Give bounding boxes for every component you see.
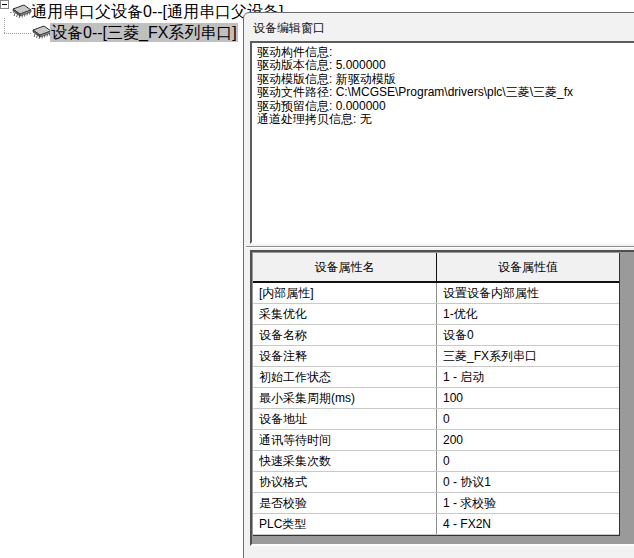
property-value-cell[interactable]: 200 xyxy=(437,430,619,450)
driver-info-line: 驱动预留信息: 0.000000 xyxy=(257,100,634,113)
chip-icon xyxy=(11,4,33,20)
property-value-cell[interactable]: 0 xyxy=(437,409,619,429)
property-row[interactable]: 通讯等待时间 200 xyxy=(253,430,619,451)
property-value-cell[interactable]: 1-优化 xyxy=(437,304,619,324)
tree-connector xyxy=(4,18,5,33)
property-row[interactable]: 快速采集次数 0 xyxy=(253,451,619,472)
tree-connector xyxy=(4,33,31,34)
property-row[interactable]: PLC类型 4 - FX2N xyxy=(253,514,619,535)
properties-grid-container: 设备属性名 设备属性值 [内部属性] 设置设备内部属性 采集优化 1-优化 设备… xyxy=(250,250,634,546)
property-row[interactable]: 是否校验 1 - 求校验 xyxy=(253,493,619,514)
property-value-cell[interactable]: 三菱_FX系列串口 xyxy=(437,346,619,366)
property-value-cell[interactable]: 0 xyxy=(437,451,619,471)
property-name-cell[interactable]: 通讯等待时间 xyxy=(253,430,437,450)
property-name-cell[interactable]: PLC类型 xyxy=(253,514,437,534)
property-name-cell[interactable]: 快速采集次数 xyxy=(253,451,437,471)
grid-header-row: 设备属性名 设备属性值 xyxy=(253,253,619,283)
minus-box-icon[interactable] xyxy=(0,0,9,9)
property-row[interactable]: 协议格式 0 - 协议1 xyxy=(253,472,619,493)
property-value-cell[interactable]: 设备0 xyxy=(437,325,619,345)
driver-info-line: 驱动模版信息: 新驱动模版 xyxy=(257,73,634,86)
property-value-cell[interactable]: 0 - 协议1 xyxy=(437,472,619,492)
property-value-cell[interactable]: 设置设备内部属性 xyxy=(437,283,619,303)
property-value-cell[interactable]: 4 - FX2N xyxy=(437,514,619,534)
tree-item-device0-selected[interactable]: 设备0--[三菱_FX系列串口] xyxy=(50,23,238,42)
driver-info-line: 驱动构件信息: xyxy=(257,46,634,59)
property-name-cell[interactable]: [内部属性] xyxy=(253,283,437,303)
divider xyxy=(246,246,634,248)
driver-info-line: 通道处理拷贝信息: 无 xyxy=(257,113,634,126)
column-header-property-name: 设备属性名 xyxy=(253,253,437,281)
property-value-cell[interactable]: 1 - 求校验 xyxy=(437,493,619,513)
property-name-cell[interactable]: 初始工作状态 xyxy=(253,367,437,387)
dialog-title: 设备编辑窗口 xyxy=(253,20,325,37)
column-header-property-value: 设备属性值 xyxy=(437,253,619,281)
property-name-cell[interactable]: 采集优化 xyxy=(253,304,437,324)
property-name-cell[interactable]: 是否校验 xyxy=(253,493,437,513)
dialog-titlebar[interactable]: 设备编辑窗口 xyxy=(244,13,634,40)
device-edit-dialog: 设备编辑窗口 驱动构件信息: 驱动版本信息: 5.000000 驱动模版信息: … xyxy=(243,12,634,558)
property-row[interactable]: [内部属性] 设置设备内部属性 xyxy=(253,283,619,304)
properties-grid: 设备属性名 设备属性值 [内部属性] 设置设备内部属性 采集优化 1-优化 设备… xyxy=(253,253,620,536)
property-row[interactable]: 采集优化 1-优化 xyxy=(253,304,619,325)
driver-info-box[interactable]: 驱动构件信息: 驱动版本信息: 5.000000 驱动模版信息: 新驱动模版 驱… xyxy=(250,41,634,244)
property-row[interactable]: 初始工作状态 1 - 启动 xyxy=(253,367,619,388)
property-value-cell[interactable]: 100 xyxy=(437,388,619,408)
property-name-cell[interactable]: 设备注释 xyxy=(253,346,437,366)
property-name-cell[interactable]: 设备名称 xyxy=(253,325,437,345)
property-name-cell[interactable]: 最小采集周期(ms) xyxy=(253,388,437,408)
driver-info-line: 驱动文件路径: C:\MCGSE\Program\drivers\plc\三菱\… xyxy=(257,86,634,99)
property-row[interactable]: 设备地址 0 xyxy=(253,409,619,430)
property-value-cell[interactable]: 1 - 启动 xyxy=(437,367,619,387)
property-row[interactable]: 设备注释 三菱_FX系列串口 xyxy=(253,346,619,367)
property-row[interactable]: 设备名称 设备0 xyxy=(253,325,619,346)
property-name-cell[interactable]: 设备地址 xyxy=(253,409,437,429)
driver-info-line: 驱动版本信息: 5.000000 xyxy=(257,59,634,72)
property-name-cell[interactable]: 协议格式 xyxy=(253,472,437,492)
property-row[interactable]: 最小采集周期(ms) 100 xyxy=(253,388,619,409)
